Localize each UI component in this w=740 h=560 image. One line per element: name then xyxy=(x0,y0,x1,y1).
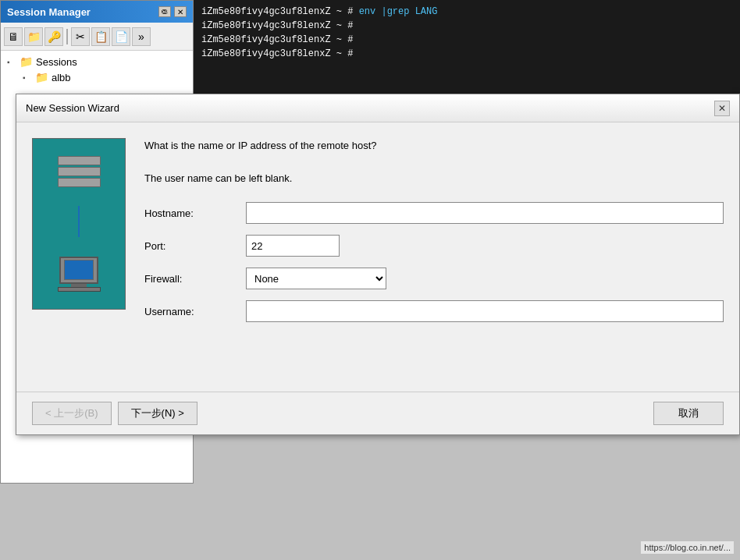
desc-line2: The user name can be left blank. xyxy=(144,171,724,187)
terminal-line-4: iZm5e80fivy4gc3uf8lenxZ ~ # xyxy=(201,47,732,61)
username-label: Username: xyxy=(144,306,238,317)
server-unit-3 xyxy=(58,178,101,187)
wizard-title: New Session Wizard xyxy=(26,102,119,114)
toolbar-separator-1 xyxy=(66,29,68,44)
wizard-footer: < 上一步(B) 下一步(N) > 取消 xyxy=(16,392,739,434)
wizard-image xyxy=(32,138,126,310)
folder-icon: 📁 xyxy=(20,55,33,68)
toolbar-btn-cut[interactable]: ✂ xyxy=(71,27,90,46)
albb-label: albb xyxy=(52,72,71,83)
expand-icon-albb: ▪ xyxy=(23,73,35,82)
toolbar-btn-1[interactable]: 🖥 xyxy=(4,27,23,46)
close-button[interactable]: ✕ xyxy=(174,6,187,17)
wizard-dialog: New Session Wizard ✕ xyxy=(16,94,740,435)
wizard-content: What is the name or IP address of the re… xyxy=(144,138,724,376)
terminal-line-3: iZm5e80fivy4gc3uf8lenxZ ~ # xyxy=(201,33,732,47)
wizard-close-button[interactable]: ✕ xyxy=(714,101,730,116)
tree-item-albb[interactable]: ▪ 📁 albb xyxy=(4,69,190,85)
pin-button[interactable]: ᪤ xyxy=(158,6,171,17)
terminal-area: iZm5e80fivy4gc3uf8lenxZ ~ # env |grep LA… xyxy=(194,0,740,109)
port-input-wrapper xyxy=(246,235,724,257)
prev-button[interactable]: < 上一步(B) xyxy=(32,402,112,425)
port-label: Port: xyxy=(144,240,238,252)
computer-screen xyxy=(64,260,94,280)
computer-icon xyxy=(58,257,101,292)
wizard-description: What is the name or IP address of the re… xyxy=(144,138,724,186)
terminal-line-1: iZm5e80fivy4gc3uf8lenxZ ~ # env |grep LA… xyxy=(201,5,732,19)
sessions-label: Sessions xyxy=(36,56,77,68)
connection-line xyxy=(78,206,80,237)
username-input[interactable] xyxy=(246,300,724,322)
dialog-container: New Session Wizard ✕ xyxy=(16,94,740,498)
session-manager-titlebar: Session Manager ᪤ ✕ xyxy=(1,1,193,23)
toolbar-btn-more[interactable]: » xyxy=(132,27,151,46)
port-input[interactable] xyxy=(246,235,340,257)
toolbar-btn-copy[interactable]: 📋 xyxy=(91,27,110,46)
form-grid: Hostname: Port: Firewall: None HTTP SOCK… xyxy=(144,202,724,322)
server-unit-2 xyxy=(58,167,101,176)
next-button[interactable]: 下一步(N) > xyxy=(118,402,197,425)
toolbar-btn-3[interactable]: 🔑 xyxy=(44,27,63,46)
footer-left: < 上一步(B) 下一步(N) > xyxy=(32,402,197,425)
server-stack xyxy=(58,156,101,187)
tree-item-sessions[interactable]: ▪ 📁 Sessions xyxy=(4,54,190,69)
folder-icon-albb: 📁 xyxy=(35,71,48,83)
server-unit-1 xyxy=(58,156,101,165)
wizard-body: What is the name or IP address of the re… xyxy=(16,122,739,392)
server-icon xyxy=(58,156,101,187)
firewall-label: Firewall: xyxy=(144,273,238,285)
hostname-input[interactable] xyxy=(246,202,724,224)
toolbar: 🖥 📁 🔑 ✂ 📋 📄 » xyxy=(1,23,193,51)
computer-monitor xyxy=(59,257,98,284)
desc-line1: What is the name or IP address of the re… xyxy=(144,138,724,154)
hostname-label: Hostname: xyxy=(144,207,238,219)
bottom-bar xyxy=(0,498,740,560)
cancel-button[interactable]: 取消 xyxy=(653,402,724,425)
wizard-titlebar: New Session Wizard ✕ xyxy=(16,94,739,122)
toolbar-btn-paste[interactable]: 📄 xyxy=(112,27,130,46)
watermark: https://blog.co.in.net/... xyxy=(641,541,734,554)
firewall-select[interactable]: None HTTP SOCKS4 SOCKS5 xyxy=(246,268,386,289)
footer-right: 取消 xyxy=(653,402,724,425)
terminal-line-2: iZm5e80fivy4gc3uf8lenxZ ~ # xyxy=(201,19,732,33)
titlebar-controls: ᪤ ✕ xyxy=(158,6,187,17)
toolbar-btn-2[interactable]: 📁 xyxy=(24,27,43,46)
session-manager-title: Session Manager xyxy=(7,6,91,18)
computer-base xyxy=(58,287,101,292)
expand-icon: ▪ xyxy=(7,58,20,66)
